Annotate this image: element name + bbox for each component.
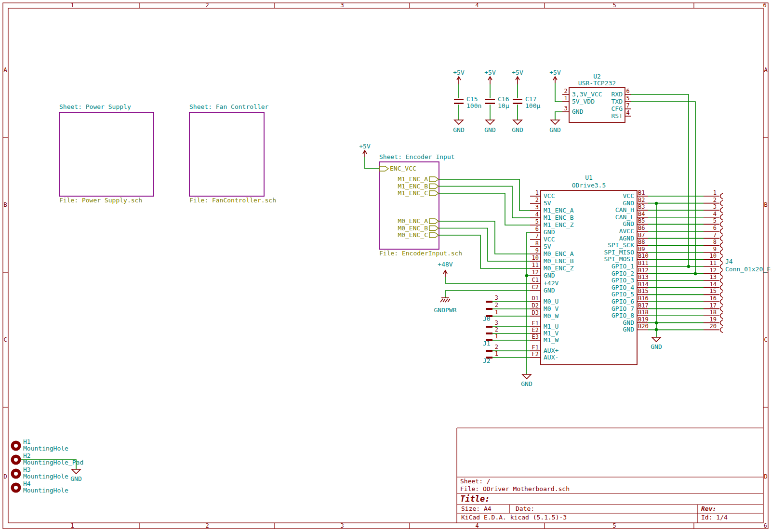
wire-m0-enc-a[interactable] bbox=[439, 221, 530, 254]
component-u2[interactable]: U2 USR-TCP232 2 3,3V_VCC 1 5V_VDD 3 GND … bbox=[562, 73, 631, 122]
mounting-hole[interactable]: H4 MountingHole bbox=[11, 480, 69, 494]
connector-pad[interactable] bbox=[486, 326, 492, 328]
u1-pin-row[interactable]: 1 VCC bbox=[530, 189, 555, 200]
sheet-power-supply[interactable]: Sheet: Power Supply File: Power Supply.s… bbox=[59, 103, 154, 204]
power-48v-label: +48V bbox=[438, 261, 452, 268]
pin-number: B3 bbox=[638, 203, 645, 210]
u1-left-pins-e[interactable]: 3 E1 M1_U 2 E2 M1_V 1 E3 M1_W bbox=[486, 319, 558, 344]
svg-text:5: 5 bbox=[612, 522, 616, 529]
pin-number: E1 bbox=[532, 320, 539, 327]
mounting-hole[interactable]: H1 MountingHole bbox=[11, 438, 69, 452]
female-pin-icon bbox=[720, 228, 723, 234]
pin-number: 5 bbox=[626, 95, 629, 102]
capacitor-c17[interactable]: +5V GND C17 100µ bbox=[512, 69, 540, 133]
pin-number: 12 bbox=[532, 269, 539, 276]
pin-name: M1_V bbox=[544, 330, 558, 337]
wire[interactable] bbox=[365, 157, 379, 169]
sheet-fan-controller[interactable]: Sheet: Fan Controller File: FanControlle… bbox=[189, 103, 276, 204]
wire-m1-enc-a[interactable] bbox=[439, 179, 530, 211]
schematic-canvas[interactable]: 1 2 3 4 5 6 1 2 3 4 5 6 A B C D A B C D bbox=[0, 0, 771, 532]
wire-m1-enc-b[interactable] bbox=[439, 186, 530, 218]
pin-name: SPI_SCK bbox=[608, 241, 634, 249]
pin-name: AUX- bbox=[544, 354, 558, 361]
u1-j4-pin-row[interactable]: GND B20 20 bbox=[623, 323, 723, 333]
female-pin-icon bbox=[720, 214, 723, 220]
mounting-holes[interactable]: H1 MountingHole H2 MountingHole_Pad H3 M… bbox=[11, 438, 84, 494]
connector-pin-number: 2 bbox=[495, 344, 498, 350]
female-pin-icon bbox=[720, 306, 723, 312]
sheet-power-box[interactable] bbox=[59, 112, 154, 196]
sheet-encoder-input[interactable]: Sheet: Encoder Input File: EncoderInput.… bbox=[379, 153, 462, 257]
capacitor-icon[interactable] bbox=[454, 100, 464, 104]
connector-pad[interactable] bbox=[486, 332, 492, 334]
svg-text:A: A bbox=[3, 66, 7, 73]
u2-value: USR-TCP232 bbox=[578, 80, 616, 87]
u1-left-pins-c[interactable]: C1 +42V C2 GND bbox=[530, 277, 558, 294]
sheet-fan-box[interactable] bbox=[189, 112, 264, 196]
connector-pad[interactable] bbox=[486, 301, 492, 303]
sheet-pins-m0[interactable]: M0_ENC_A M0_ENC_B M0_ENC_C bbox=[398, 217, 439, 239]
pin-name: M1_ENC_B bbox=[544, 214, 574, 221]
capacitor-c15[interactable]: +5V GND C15 100n bbox=[453, 69, 481, 133]
u2-pin-left-2[interactable]: 2 3,3V_VCC bbox=[562, 88, 602, 98]
mounting-hole[interactable]: H3 MountingHole bbox=[11, 466, 69, 480]
female-pin-icon bbox=[720, 221, 723, 227]
pin-name: M0_W bbox=[544, 312, 558, 319]
connector-j4[interactable]: J4 Conn_01x20_Fem bbox=[725, 258, 771, 273]
wire-gndpwr[interactable] bbox=[445, 291, 530, 298]
connector-j2-ref[interactable]: J2 bbox=[483, 357, 491, 364]
j4-pin-number: 14 bbox=[710, 281, 717, 288]
u1-j4-pin-row[interactable]: AVCC B6 6 bbox=[619, 225, 723, 235]
capacitor-icon[interactable] bbox=[485, 100, 495, 104]
u1-left-pins[interactable]: 1 VCC 2 5V 3 M1_ENC_A 4 M1_ENC_B 5 M1_EN… bbox=[530, 189, 574, 279]
wire-m1-enc-c[interactable] bbox=[439, 193, 530, 225]
u1-right-pins-and-j4[interactable]: VCC B1 1 GND B2 2 CAN_H B3 3 bbox=[604, 189, 723, 333]
j4-pin-number: 16 bbox=[710, 295, 717, 302]
connector-pad[interactable] bbox=[486, 350, 492, 352]
female-pin-icon bbox=[720, 320, 723, 326]
u1-j4-pin-row[interactable]: AGND B7 7 bbox=[619, 232, 723, 242]
pin-name: GND bbox=[572, 108, 584, 115]
capacitor-icon[interactable] bbox=[513, 100, 522, 104]
connector-pad[interactable] bbox=[486, 308, 492, 310]
sheet-pin-label: ENC_VCC bbox=[390, 165, 416, 172]
sheet-pin-enc-vcc[interactable]: ENC_VCC bbox=[379, 165, 416, 172]
gnd-symbol-icon bbox=[454, 120, 463, 124]
wire-48v[interactable] bbox=[445, 277, 530, 283]
sheet-pin-row[interactable]: M1_ENC_A bbox=[398, 175, 439, 183]
pin-name: VCC bbox=[544, 236, 555, 243]
mounting-hole-center bbox=[14, 486, 18, 490]
titleblock-file: File: ODriver Motherboard.sch bbox=[460, 485, 570, 492]
wire[interactable] bbox=[555, 83, 562, 102]
u2-pin-left-3[interactable]: 3 GND bbox=[562, 105, 584, 115]
pin-name: GPIO_8 bbox=[611, 312, 634, 319]
frame-inner-border bbox=[8, 8, 763, 523]
svg-text:C: C bbox=[3, 336, 7, 343]
u1-left-pins-d[interactable]: 3 D1 M0_U 2 D2 M0_V 1 D3 M0_W bbox=[486, 294, 558, 319]
gnd-label: GND bbox=[453, 126, 465, 133]
component-u1[interactable]: U1 ODrive3.5 1 VCC 2 5V 3 M1_ENC_A 4 M1_… bbox=[486, 174, 723, 365]
pin-name: 5V bbox=[544, 243, 551, 250]
female-pin-icon bbox=[720, 193, 723, 199]
wire[interactable] bbox=[555, 112, 562, 120]
sheet-pin-row[interactable]: M0_ENC_A bbox=[398, 217, 439, 225]
connector-j1-ref[interactable]: J1 bbox=[483, 340, 491, 347]
sheet-pin-row[interactable]: M0_ENC_C bbox=[398, 231, 439, 239]
u1-left-pins-f[interactable]: 2 F1 AUX+ 1 F2 AUX- bbox=[486, 344, 558, 361]
sheet-pins-m1[interactable]: M1_ENC_A M1_ENC_B M1_ENC_C bbox=[398, 175, 439, 197]
pin-name: VCC bbox=[623, 192, 634, 200]
pin-number: F2 bbox=[532, 351, 539, 358]
sheet-pin-row[interactable]: M1_ENC_B bbox=[398, 183, 439, 190]
pin-number: 6 bbox=[626, 88, 629, 94]
u2-power-column[interactable]: +5V GND bbox=[549, 69, 562, 133]
sheet-pin-row[interactable]: M0_ENC_B bbox=[398, 225, 439, 232]
svg-text:1: 1 bbox=[70, 2, 74, 9]
gnd-symbol-icon bbox=[513, 120, 522, 124]
sheet-pin-row[interactable]: M1_ENC_C bbox=[398, 189, 439, 197]
connector-j0-ref[interactable]: J0 bbox=[483, 315, 491, 322]
female-pin-icon bbox=[720, 242, 723, 248]
mounting-hole[interactable]: H2 MountingHole_Pad bbox=[11, 452, 84, 466]
pin-number: 8 bbox=[535, 240, 539, 247]
pin-number: 2 bbox=[564, 88, 567, 94]
capacitor-c16[interactable]: +5V GND C16 10µ bbox=[484, 69, 509, 133]
